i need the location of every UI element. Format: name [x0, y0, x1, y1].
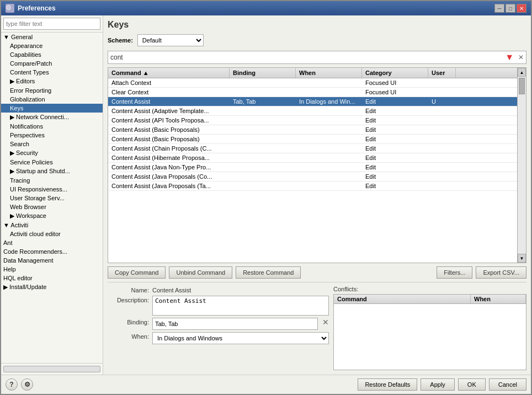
sidebar-item-ui-responsiveness[interactable]: UI Responsiveness... [1, 185, 103, 194]
description-row: Description: Content Assist [108, 296, 329, 316]
sidebar-item-security[interactable]: ▶ Security [1, 148, 103, 158]
close-button[interactable]: ✕ [517, 4, 526, 13]
cell-user [428, 172, 456, 181]
conflicts-col-when[interactable]: When [471, 295, 526, 303]
cancel-button[interactable]: Cancel [489, 378, 526, 391]
sidebar-scrollbar[interactable] [3, 366, 100, 372]
scroll-thumb[interactable] [519, 78, 525, 94]
cell-category: Edit [362, 135, 428, 143]
title-bar: ⚙ Preferences ─ □ ✕ [1, 1, 531, 15]
table-row[interactable]: Attach Context Focused UI [108, 78, 517, 88]
column-header-binding[interactable]: Binding [230, 68, 296, 78]
export-csv-button[interactable]: Export CSV... [476, 266, 526, 279]
apply-button[interactable]: Apply [421, 378, 455, 391]
name-row: Name: Content Assist [108, 286, 329, 293]
filter-clear-icon[interactable]: ✕ [518, 54, 524, 61]
table-row[interactable]: Content Assist (Hibernate Proposa... Edi… [108, 153, 517, 163]
name-value: Content Assist [152, 286, 191, 293]
sidebar-item-search[interactable]: Search [1, 140, 103, 148]
sidebar-filter-input[interactable] [3, 18, 100, 30]
table-row[interactable]: Clear Context Focused UI [108, 88, 517, 97]
sidebar-item-network[interactable]: ▶ Network Connecti... [1, 113, 103, 122]
table-row[interactable]: Content Assist (Java Proposals (Co... Ed… [108, 172, 517, 182]
sidebar-item-content-types[interactable]: Content Types [1, 68, 103, 77]
cell-when [296, 78, 362, 87]
binding-label: Binding: [108, 318, 149, 325]
conflicts-label: Conflicts: [333, 286, 526, 292]
sidebar-item-install-update[interactable]: ▶ Install/Update [1, 282, 103, 292]
scroll-up-button[interactable]: ▲ [518, 68, 526, 77]
cell-user [428, 163, 456, 172]
binding-clear-icon[interactable]: ✕ [322, 318, 329, 327]
column-header-category[interactable]: Category [362, 68, 428, 78]
cell-when [296, 182, 362, 190]
conflicts-col-command[interactable]: Command [334, 295, 471, 303]
table-row[interactable]: Content Assist (API Tools Proposa... Edi… [108, 116, 517, 125]
sidebar-item-perspectives[interactable]: Perspectives [1, 131, 103, 140]
sidebar-item-error-reporting[interactable]: Error Reporting [1, 86, 103, 95]
table-row[interactable]: Content Assist (Chain Proposals (C... Ed… [108, 144, 517, 153]
sidebar-item-web-browser[interactable]: Web Browser [1, 202, 103, 211]
sidebar-item-service-policies[interactable]: Service Policies [1, 158, 103, 167]
sidebar-item-notifications[interactable]: Notifications [1, 122, 103, 131]
sidebar-item-user-storage[interactable]: User Storage Serv... [1, 194, 103, 202]
help-button[interactable]: ? [6, 378, 18, 391]
copy-command-button[interactable]: Copy Command [108, 266, 166, 279]
page-title: Keys [108, 20, 526, 30]
ok-button[interactable]: OK [458, 378, 486, 391]
cell-command: Content Assist (API Tools Proposa... [108, 116, 230, 125]
sidebar-item-code-recommenders[interactable]: Code Recommenders... [1, 247, 103, 256]
column-header-user[interactable]: User [428, 68, 456, 78]
scheme-select[interactable]: Default [137, 34, 204, 46]
sidebar-item-compare-patch[interactable]: Compare/Patch [1, 59, 103, 68]
restore-command-button[interactable]: Restore Command [236, 266, 301, 279]
when-select[interactable]: In Dialogs and Windows Editing Text In W… [152, 332, 329, 344]
sidebar-item-help[interactable]: Help [1, 265, 103, 274]
column-header-when[interactable]: When [296, 68, 362, 78]
description-input[interactable]: Content Assist [152, 296, 329, 316]
sidebar-item-general[interactable]: ▼ General [1, 33, 103, 41]
sidebar-item-activiti-cloud[interactable]: Activiti cloud editor [1, 229, 103, 238]
table-row[interactable]: Content Assist (Basic Proposals) Edit [108, 135, 517, 144]
detail-left: Name: Content Assist Description: Conten… [108, 286, 329, 370]
sidebar-item-tracing[interactable]: Tracing [1, 176, 103, 185]
binding-input[interactable] [152, 318, 318, 330]
cell-category: Edit [362, 144, 428, 153]
scroll-down-button[interactable]: ▼ [518, 254, 526, 263]
cell-user [428, 78, 456, 87]
minimize-button[interactable]: ─ [494, 4, 504, 13]
sidebar-item-ant[interactable]: Ant [1, 238, 103, 247]
sidebar-item-data-management[interactable]: Data Management [1, 256, 103, 265]
sidebar-item-activiti[interactable]: ▼ Activiti [1, 221, 103, 229]
table-row[interactable]: Content Assist Tab, Tab In Dialogs and W… [108, 97, 517, 106]
table-row[interactable]: Content Assist (Java Proposals (Ta... Ed… [108, 182, 517, 191]
maximize-button[interactable]: □ [506, 4, 515, 13]
table-scrollbar[interactable]: ▲ ▼ [517, 68, 526, 263]
restore-defaults-button[interactable]: Restore Defaults [358, 378, 417, 391]
sidebar-item-capabilities[interactable]: Capabilities [1, 50, 103, 59]
sidebar-item-globalization[interactable]: Globalization [1, 95, 103, 104]
cell-category: Edit [362, 163, 428, 172]
filters-button[interactable]: Filters... [437, 266, 472, 279]
table-row[interactable]: Content Assist (Java Non-Type Pro... Edi… [108, 163, 517, 172]
cell-category: Edit [362, 153, 428, 162]
sidebar-item-startup[interactable]: ▶ Startup and Shutd... [1, 167, 103, 176]
table-row[interactable]: Content Assist (Basic Proposals) Edit [108, 125, 517, 135]
filter-dropdown-icon[interactable]: ▼ [505, 52, 514, 62]
sidebar-item-workspace[interactable]: ▶ Workspace [1, 211, 103, 221]
unbind-command-button[interactable]: Unbind Command [169, 266, 232, 279]
table-body: Attach Context Focused UI Clear Context [108, 78, 517, 263]
cell-when [296, 106, 362, 115]
sidebar-item-keys[interactable]: Keys [1, 104, 103, 113]
conflicts-table: Command When [333, 294, 526, 370]
settings-button[interactable]: ⚙ [21, 378, 33, 391]
window-icon: ⚙ [6, 4, 14, 13]
sidebar-item-appearance[interactable]: Appearance [1, 41, 103, 50]
column-header-command[interactable]: Command ▲ [108, 68, 230, 78]
cell-user [428, 153, 456, 162]
action-buttons-row: Copy Command Unbind Command Restore Comm… [108, 266, 526, 279]
name-label: Name: [108, 286, 149, 293]
table-row[interactable]: Content Assist (Adaptive Template... Edi… [108, 106, 517, 116]
sidebar-item-editors[interactable]: ▶ Editors [1, 77, 103, 86]
sidebar-item-hql-editor[interactable]: HQL editor [1, 274, 103, 282]
